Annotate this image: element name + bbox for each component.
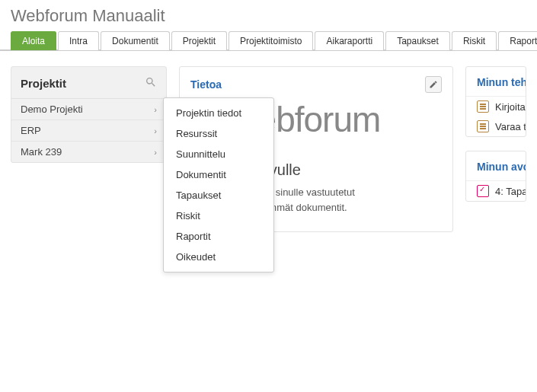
task-label: Kirjoita l	[495, 101, 526, 113]
ctx-suunnittelu[interactable]: Suunnittelu	[164, 144, 273, 164]
my-open-panel: Minun avoin 4: Tapau	[465, 151, 526, 202]
task-row[interactable]: Varaa til	[466, 116, 526, 136]
main-tabs: Aloita Intra Dokumentit Projektit Projek…	[0, 30, 537, 51]
info-card-title: Tietoa	[190, 78, 222, 91]
checklist-icon	[477, 185, 489, 197]
sidebar-item-demo-projekti[interactable]: Demo Projekti ›	[11, 99, 166, 120]
clipboard-icon	[477, 120, 489, 132]
ctx-dokumentit[interactable]: Dokumentit	[164, 164, 273, 185]
my-tasks-panel: Minun tehtä Kirjoita l Varaa til	[465, 66, 526, 137]
tab-raportit[interactable]: Raportit	[498, 31, 537, 50]
tab-aikaraportti[interactable]: Aikaraportti	[315, 31, 384, 50]
tab-tapaukset[interactable]: Tapaukset	[385, 31, 450, 50]
chevron-right-icon: ›	[154, 126, 157, 135]
my-open-title: Minun avoin	[466, 151, 526, 181]
edit-button[interactable]	[425, 76, 442, 93]
sidebar-title: Projektit	[21, 77, 66, 90]
tab-projektitoimisto[interactable]: Projektitoimisto	[229, 31, 313, 50]
project-context-menu: Projektin tiedot Resurssit Suunnittelu D…	[163, 97, 274, 272]
my-tasks-title: Minun tehtä	[466, 67, 526, 97]
tab-projektit[interactable]: Projektit	[171, 31, 227, 50]
ctx-raportit[interactable]: Raportit	[164, 226, 273, 247]
task-row[interactable]: Kirjoita l	[466, 97, 526, 116]
sidebar-item-label: ERP	[21, 125, 41, 136]
sidebar-item-label: Demo Projekti	[21, 104, 83, 115]
search-icon[interactable]	[145, 76, 157, 91]
pencil-icon	[429, 80, 438, 89]
ctx-riskit[interactable]: Riskit	[164, 206, 273, 226]
open-row[interactable]: 4: Tapau	[466, 181, 526, 201]
projects-sidebar: Projektit Demo Projekti › ERP › Mark 239…	[11, 66, 167, 163]
sidebar-item-erp[interactable]: ERP ›	[11, 120, 166, 142]
tab-dokumentit[interactable]: Dokumentit	[101, 31, 170, 50]
clipboard-icon	[477, 100, 489, 113]
chevron-right-icon: ›	[154, 148, 157, 157]
ctx-projektin-tiedot[interactable]: Projektin tiedot	[164, 103, 273, 123]
ctx-oikeudet[interactable]: Oikeudet	[164, 247, 273, 267]
sidebar-item-mark-239[interactable]: Mark 239 ›	[11, 142, 166, 162]
chevron-right-icon: ›	[154, 105, 157, 114]
tab-riskit[interactable]: Riskit	[452, 31, 497, 50]
open-label: 4: Tapau	[495, 186, 526, 197]
tab-intra[interactable]: Intra	[58, 31, 99, 50]
tab-aloita[interactable]: Aloita	[11, 31, 56, 50]
task-label: Varaa til	[495, 121, 526, 132]
ctx-resurssit[interactable]: Resurssit	[164, 123, 273, 144]
ctx-tapaukset[interactable]: Tapaukset	[164, 185, 273, 206]
sidebar-item-label: Mark 239	[21, 146, 62, 158]
page-title: Webforum Manuaalit	[0, 0, 537, 30]
